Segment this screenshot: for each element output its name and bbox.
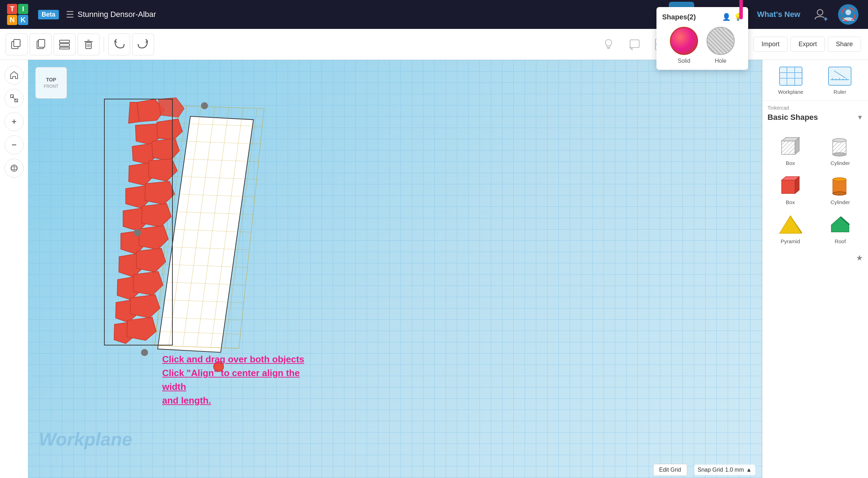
ruler-tool[interactable]: Ruler: [827, 66, 852, 95]
shapes-panel-person-icon[interactable]: 👤: [722, 13, 731, 21]
shape-card-orange-cylinder[interactable]: Cylinder: [815, 170, 866, 209]
undo-button[interactable]: [108, 33, 130, 55]
instruction-line3: and length.: [162, 395, 211, 406]
svg-marker-83: [138, 225, 169, 250]
workplane-label: Workplane: [39, 429, 132, 450]
svg-point-24: [605, 39, 612, 46]
svg-rect-14: [38, 39, 45, 47]
zoom-out-button[interactable]: [5, 135, 24, 154]
shape-card-green-roof[interactable]: Roof: [815, 209, 866, 248]
navigation-cube[interactable]: TOP FRONT: [35, 67, 71, 102]
svg-point-116: [833, 139, 846, 142]
green-roof-3d: [828, 214, 852, 235]
project-name[interactable]: Stunning Densor-Albar: [78, 10, 156, 19]
zoom-in-button[interactable]: [5, 112, 24, 131]
edit-grid-button[interactable]: Edit Grid: [653, 464, 687, 476]
left-sidebar: [0, 60, 28, 478]
hole-label: Hole: [715, 58, 727, 64]
gray-box-label: Box: [786, 160, 795, 166]
svg-point-9: [845, 10, 851, 15]
svg-marker-125: [831, 217, 849, 232]
project-list-icon[interactable]: ☰: [66, 9, 74, 20]
svg-rect-26: [630, 40, 639, 48]
hole-circle: [707, 27, 735, 55]
project-name-area: ☰ Stunning Densor-Albar: [66, 9, 156, 20]
shapes-panel-icons: 👤 💡: [722, 13, 742, 21]
shapes-grid: Box Cylinder: [763, 128, 868, 251]
canvas-area[interactable]: TOP FRONT: [28, 60, 868, 478]
workplane-tool[interactable]: Workplane: [778, 66, 803, 95]
red-box-3d: [778, 175, 803, 196]
svg-marker-70: [157, 97, 185, 117]
home-view-button[interactable]: [5, 66, 24, 85]
svg-point-121: [833, 192, 846, 195]
hole-shape-item[interactable]: Hole: [707, 27, 735, 64]
snap-grid-arrow[interactable]: ▲: [746, 467, 752, 473]
yellow-pyramid-label: Pyramid: [781, 238, 800, 244]
svg-rect-15: [60, 40, 69, 43]
logo-i: I: [18, 4, 28, 14]
gray-cyl-label: Cylinder: [831, 160, 850, 166]
workplane-icon: [778, 66, 803, 87]
solid-shape-item[interactable]: Solid: [670, 27, 698, 64]
note-button[interactable]: [623, 33, 646, 56]
right-panel-title-text: Basic Shapes: [768, 113, 818, 122]
delete-button[interactable]: [78, 33, 99, 55]
logo-t: T: [7, 4, 17, 14]
shapes-panel-title: Shapes(2): [662, 13, 696, 21]
bottom-left-handle[interactable]: [141, 349, 148, 356]
logo-k: K: [18, 15, 28, 25]
svg-marker-73: [155, 118, 183, 140]
gray-cyl-3d: [828, 136, 852, 157]
export-button[interactable]: Export: [790, 37, 825, 52]
3d-object-group[interactable]: [120, 95, 331, 360]
layers-button[interactable]: [54, 33, 75, 55]
copy-button[interactable]: [30, 33, 51, 55]
snap-grid-control: Snap Grid 1.0 mm ▲: [694, 465, 755, 475]
toolbar-edit-tools: [0, 33, 597, 55]
snap-grid-label: Snap Grid: [698, 467, 723, 473]
user-avatar[interactable]: [836, 2, 861, 27]
duplicate-button[interactable]: [6, 33, 27, 55]
svg-rect-114: [833, 140, 846, 154]
logo-n: N: [7, 15, 17, 25]
orange-cyl-3d: [828, 175, 852, 196]
svg-marker-89: [129, 294, 161, 318]
right-panel-category: Tinkercad: [763, 101, 868, 112]
solid-label: Solid: [678, 58, 690, 64]
workplane-label-text: Workplane: [778, 89, 803, 95]
bottom-controls: Edit Grid Snap Grid 1.0 mm ▲: [653, 464, 755, 476]
top-handle[interactable]: [201, 102, 208, 109]
red-box-label: Box: [786, 199, 795, 205]
right-panel: Workplane Ruler Tinkercad Basic Shapes ▼: [762, 60, 868, 478]
light-button[interactable]: [597, 33, 620, 56]
shape-card-gray-box[interactable]: Box: [765, 130, 815, 170]
redo-button[interactable]: [132, 33, 154, 55]
right-panel-tools: Workplane Ruler: [763, 60, 868, 101]
orbit-button[interactable]: [5, 159, 24, 178]
svg-rect-110: [782, 141, 795, 154]
expand-arrow-icon[interactable]: ▼: [857, 114, 863, 121]
svg-marker-87: [132, 271, 164, 296]
toolbar-separator: [104, 37, 104, 52]
nav-cube-front-label: FRONT: [44, 84, 58, 89]
middle-left-handle[interactable]: [134, 229, 141, 236]
shape-card-gray-cylinder[interactable]: Cylinder: [815, 130, 866, 170]
tinkercad-logo[interactable]: T I N K: [0, 0, 35, 29]
snap-grid-value[interactable]: 1.0 mm: [725, 467, 744, 473]
fit-view-button[interactable]: [5, 89, 24, 108]
share-button[interactable]: Share: [828, 37, 861, 52]
add-user-button[interactable]: [808, 2, 833, 27]
shape-card-yellow-pyramid[interactable]: Pyramid: [765, 209, 815, 248]
favorites-star[interactable]: ★: [763, 251, 868, 265]
shapes-panel-light-icon[interactable]: 💡: [734, 13, 742, 21]
whats-new-button[interactable]: What's New: [751, 7, 806, 22]
import-button[interactable]: Import: [753, 37, 788, 52]
svg-rect-16: [60, 44, 69, 46]
svg-marker-77: [147, 158, 178, 181]
svg-point-115: [833, 153, 846, 156]
shape-card-red-box[interactable]: Box: [765, 170, 815, 209]
gray-box-3d: [778, 136, 803, 157]
svg-rect-96: [780, 67, 802, 85]
bottom-red-handle[interactable]: [214, 362, 224, 372]
